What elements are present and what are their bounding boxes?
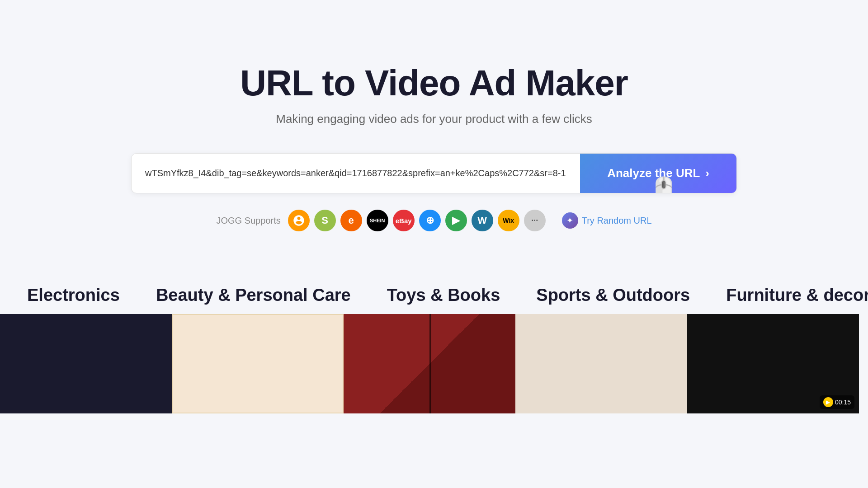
platform-more[interactable]: ··· (524, 210, 546, 231)
category-furniture[interactable]: Furniture & decorations (726, 286, 868, 305)
platform-googleplay[interactable]: ▶ (445, 210, 467, 231)
thumbnails-strip: ▶ 00:15 (0, 314, 868, 413)
platform-wix[interactable]: Wix (498, 210, 519, 231)
category-beauty[interactable]: Beauty & Personal Care (156, 286, 351, 305)
url-input-section: Analyze the URL › 🖱️ (131, 153, 737, 193)
thumbnail-overlay: ▶ 00:15 (820, 395, 854, 409)
hero-section: URL to Video Ad Maker Making engaging vi… (0, 27, 868, 231)
play-badge: ▶ (823, 397, 833, 407)
analyze-button[interactable]: Analyze the URL › 🖱️ (580, 154, 736, 193)
supports-row: JOGG Supports S e SHEIN eBay ⊕ ▶ W Wix (216, 210, 651, 231)
try-random-icon: ✦ (562, 212, 578, 229)
platform-shein[interactable]: SHEIN (367, 210, 388, 231)
platform-amazon[interactable] (288, 210, 310, 231)
try-random-url[interactable]: ✦ Try Random URL (562, 212, 652, 229)
analyze-button-label: Analyze the URL (607, 166, 700, 180)
categories-strip: Electronics Beauty & Personal Care Toys … (0, 286, 868, 305)
platform-shopify[interactable]: S (314, 210, 336, 231)
platform-wordpress[interactable]: W (472, 210, 493, 231)
try-random-label: Try Random URL (582, 216, 652, 226)
supports-label: JOGG Supports (216, 216, 280, 226)
thumbnail-4[interactable] (515, 314, 687, 413)
thumbnail-5[interactable]: ▶ 00:15 (687, 314, 859, 413)
categories-section: Electronics Beauty & Personal Care Toys … (0, 286, 868, 413)
top-bar (0, 0, 868, 27)
subtitle: Making engaging video ads for your produ… (276, 112, 592, 126)
thumbnail-3[interactable] (344, 314, 515, 413)
main-title: URL to Video Ad Maker (240, 63, 628, 103)
category-electronics[interactable]: Electronics (27, 286, 120, 305)
thumbnail-1[interactable] (0, 314, 172, 413)
category-toys[interactable]: Toys & Books (387, 286, 500, 305)
analyze-button-arrow: › (705, 166, 709, 180)
thumbnail-2[interactable] (172, 314, 344, 413)
thumbnail-duration: 00:15 (835, 399, 851, 406)
platform-icons: S e SHEIN eBay ⊕ ▶ W Wix ··· (288, 210, 546, 231)
url-input[interactable] (132, 155, 580, 191)
category-sports[interactable]: Sports & Outdoors (536, 286, 690, 305)
platform-appstore[interactable]: ⊕ (419, 210, 441, 231)
platform-ebay[interactable]: eBay (393, 210, 415, 231)
platform-etsy[interactable]: e (340, 210, 362, 231)
